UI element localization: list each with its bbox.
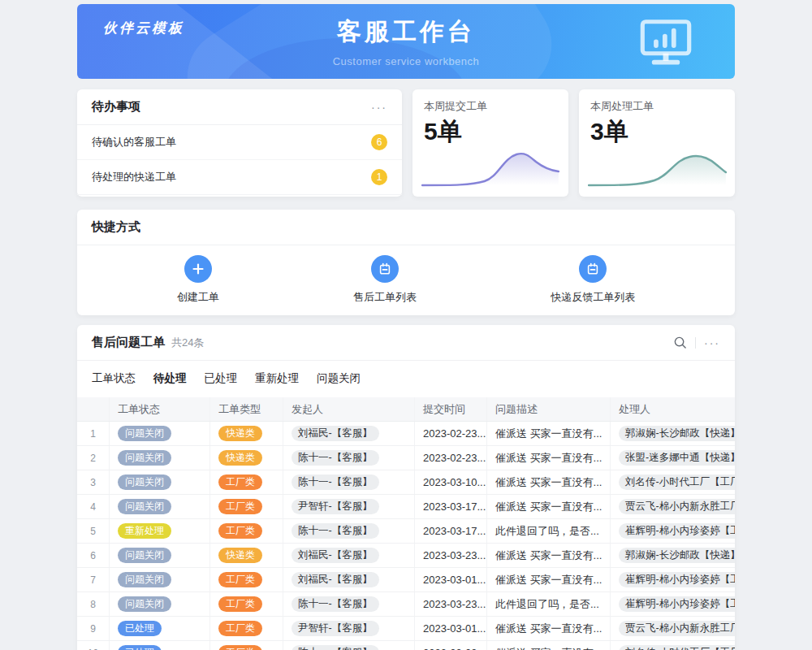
- shortcut-create-ticket[interactable]: 创建工单: [177, 255, 219, 305]
- column-header: 提交时间: [415, 397, 487, 421]
- column-header: 工单状态: [110, 397, 210, 421]
- shortcut-express-list[interactable]: 快递反馈工单列表: [551, 255, 635, 305]
- table-row[interactable]: 7 问题关闭 工厂类 刘福民-【客服】 2023-03-01... 催派送 买家…: [77, 568, 735, 592]
- worksheet-table: 工单状态工单类型发起人提交时间问题描述处理人 1 问题关闭 快递类 刘福民-【客…: [77, 397, 735, 650]
- table-row[interactable]: 1 问题关闭 快递类 刘福民-【客服】 2023-02-23... 催派送 买家…: [77, 422, 735, 446]
- creator-tag: 陈十一-【客服】: [292, 645, 379, 650]
- divider: [695, 337, 696, 349]
- type-badge: 工厂类: [218, 621, 262, 636]
- creator-tag: 尹智轩-【客服】: [292, 621, 379, 636]
- shortcut-label: 售后工单列表: [353, 290, 417, 305]
- submit-time: 2023-03-23...: [423, 598, 486, 610]
- table-row[interactable]: 2 问题关闭 快递类 陈十一-【客服】 2023-02-23... 催派送 买家…: [77, 446, 735, 470]
- problem-desc: 催派送 买家一直没有...: [495, 451, 602, 466]
- table-body: 1 问题关闭 快递类 刘福民-【客服】 2023-02-23... 催派送 买家…: [77, 422, 735, 650]
- table-row[interactable]: 5 重新处理 工厂类 陈十一-【客服】 2023-03-17... 此件退回了吗…: [77, 519, 735, 544]
- more-icon[interactable]: ···: [371, 101, 387, 114]
- column-header: 发起人: [283, 397, 415, 421]
- column-header-index: [77, 397, 110, 421]
- table-row[interactable]: 4 问题关闭 工厂类 尹智轩-【客服】 2023-03-17... 催派送 买家…: [77, 495, 735, 519]
- row-index: 6: [90, 550, 96, 561]
- stat-card-submitted: 本周提交工单 5单: [412, 89, 568, 197]
- handler-tag: 张盟-迷多娜中通【快递】: [619, 450, 735, 466]
- header-banner: 伙伴云模板 客服工作台 Customer service workbench: [77, 4, 735, 79]
- status-badge: 问题关闭: [118, 450, 171, 466]
- problem-desc: 催派送 买家一直没有...: [495, 646, 602, 650]
- worksheet-title: 售后问题工单: [92, 335, 165, 350]
- type-badge: 快递类: [218, 450, 262, 466]
- creator-tag: 陈十一-【客服】: [292, 450, 379, 466]
- todo-list: 待确认的客服工单 6待处理的快递工单 1: [77, 125, 402, 195]
- stat-card-processed: 本周处理工单 3单: [579, 89, 735, 197]
- submit-time: 2023-03-10...: [423, 476, 486, 488]
- status-badge: 问题关闭: [118, 596, 171, 612]
- calendar-icon: [371, 255, 399, 283]
- todo-title: 待办事项: [92, 99, 140, 115]
- creator-tag: 陈十一-【客服】: [292, 474, 379, 490]
- submit-time: 2023-03-17...: [423, 500, 486, 513]
- filter-option-1[interactable]: 待处理: [153, 371, 187, 386]
- status-badge: 已处理: [118, 621, 162, 636]
- problem-desc: 催派送 买家一直没有...: [495, 475, 602, 490]
- problem-desc: 催派送 买家一直没有...: [495, 573, 602, 587]
- stat-value: 3单: [590, 115, 723, 149]
- type-badge: 工厂类: [218, 499, 262, 514]
- status-badge: 问题关闭: [118, 474, 171, 490]
- row-index: 8: [90, 599, 96, 610]
- handler-tag: 郭淑娴-长沙邮政【快递】: [619, 426, 735, 441]
- row-index: 3: [90, 477, 96, 488]
- type-badge: 工厂类: [218, 474, 262, 490]
- submit-time: 2023-03-09...: [423, 647, 486, 650]
- record-count: 共24条: [171, 336, 204, 350]
- row-index: 7: [90, 574, 96, 586]
- plus-icon: [184, 255, 212, 283]
- creator-tag: 刘福民-【客服】: [292, 548, 379, 563]
- filter-label: 工单状态: [92, 371, 136, 386]
- creator-tag: 尹智轩-【客服】: [292, 499, 379, 514]
- handler-tag: 崔辉明-棉小内珍姿婷【工: [619, 523, 735, 539]
- calendar-icon: [579, 255, 607, 283]
- handler-tag: 贾云飞-棉小内新永胜工厂: [619, 621, 735, 636]
- type-badge: 工厂类: [218, 596, 262, 612]
- shortcut-aftersale-list[interactable]: 售后工单列表: [353, 255, 417, 305]
- column-header: 问题描述: [487, 397, 611, 421]
- search-icon[interactable]: [673, 336, 687, 349]
- shortcuts-card: 快捷方式 创建工单 售后工单列表 快递反馈工单列表: [77, 210, 735, 315]
- page: 伙伴云模板 客服工作台 Customer service workbench 待…: [77, 4, 735, 650]
- type-badge: 快递类: [218, 548, 262, 563]
- summary-row: 待办事项 ··· 待确认的客服工单 6待处理的快递工单 1 本周提交工单 5单: [77, 89, 735, 197]
- table-row[interactable]: 3 问题关闭 工厂类 陈十一-【客服】 2023-03-10... 催派送 买家…: [77, 470, 735, 495]
- filter-option-4[interactable]: 问题关闭: [317, 371, 361, 386]
- status-badge: 问题关闭: [118, 548, 171, 563]
- handler-tag: 刘名传-小时代工厂【工厂: [619, 645, 735, 650]
- handler-tag: 刘名传-小时代工厂【工厂: [619, 474, 735, 490]
- todo-item[interactable]: 待处理的快递工单 1: [77, 160, 402, 195]
- column-header: 处理人: [611, 397, 735, 421]
- filter-option-2[interactable]: 已处理: [205, 371, 238, 386]
- table-row[interactable]: 9 已处理 工厂类 尹智轩-【客服】 2023-03-01... 催派送 买家一…: [77, 617, 735, 641]
- creator-tag: 陈十一-【客服】: [292, 523, 379, 539]
- type-badge: 工厂类: [218, 645, 262, 650]
- column-header: 工单类型: [210, 397, 283, 421]
- table-row[interactable]: 10 已处理 工厂类 陈十一-【客服】 2023-03-09... 催派送 买家…: [77, 641, 735, 650]
- table-header-row: 工单状态工单类型发起人提交时间问题描述处理人: [77, 397, 735, 422]
- filter-option-3[interactable]: 重新处理: [255, 371, 299, 386]
- problem-desc: 催派送 买家一直没有...: [495, 427, 602, 441]
- type-badge: 工厂类: [218, 572, 262, 587]
- problem-desc: 此件退回了吗，是否...: [495, 597, 599, 612]
- row-index: 9: [90, 623, 96, 635]
- worksheet-card: 售后问题工单 共24条 ··· 工单状态 待处理已处理重新处理问题关闭 工单状态…: [77, 325, 735, 650]
- submit-time: 2023-03-01...: [423, 622, 486, 635]
- more-icon[interactable]: ···: [704, 336, 720, 349]
- todo-item[interactable]: 待确认的客服工单 6: [77, 125, 402, 160]
- monitor-chart-icon: [636, 17, 696, 67]
- table-row[interactable]: 6 问题关闭 快递类 刘福民-【客服】 2023-03-23... 催派送 买家…: [77, 544, 735, 568]
- count-badge: 1: [371, 169, 387, 185]
- status-badge: 已处理: [118, 645, 162, 650]
- status-filter-bar: 工单状态 待处理已处理重新处理问题关闭: [77, 361, 735, 397]
- submit-time: 2023-02-23...: [423, 452, 486, 464]
- problem-desc: 催派送 买家一直没有...: [495, 548, 602, 563]
- status-badge: 重新处理: [118, 523, 171, 539]
- row-index: 5: [90, 526, 96, 537]
- table-row[interactable]: 8 问题关闭 工厂类 陈十一-【客服】 2023-03-23... 此件退回了吗…: [77, 592, 735, 617]
